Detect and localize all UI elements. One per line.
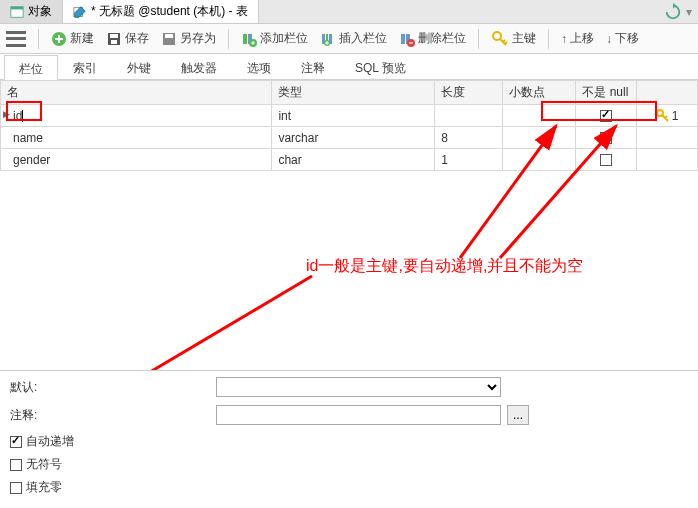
cell-length[interactable]: 1 (435, 149, 502, 171)
cell-notnull[interactable] (576, 149, 637, 171)
cell-primarykey[interactable]: 1 (637, 105, 698, 127)
svg-rect-8 (165, 34, 173, 38)
cell-name[interactable]: ▶id (1, 105, 272, 127)
add-column-icon (241, 31, 257, 47)
subtab-index[interactable]: 索引 (58, 54, 112, 79)
table-row[interactable]: ▶idint1 (1, 105, 698, 127)
comment-input[interactable] (216, 405, 501, 425)
svg-rect-6 (111, 40, 117, 44)
cell-primarykey[interactable] (637, 127, 698, 149)
delete-column-icon (399, 31, 415, 47)
tab-current-label: * 无标题 @student (本机) - 表 (91, 3, 248, 20)
document-tabs: 对象 * 无标题 @student (本机) - 表 ▾ (0, 0, 698, 24)
cell-name[interactable]: name (1, 127, 272, 149)
field-properties-panel: 默认: 注释: ... 自动递增 无符号 填充零 (0, 370, 698, 508)
designer-subtabs: 栏位 索引 外键 触发器 选项 注释 SQL 预览 (0, 54, 698, 80)
annotation-text: id一般是主键,要自动递增,并且不能为空 (306, 256, 583, 277)
header-length[interactable]: 长度 (435, 81, 502, 105)
subtab-fk[interactable]: 外键 (112, 54, 166, 79)
subtab-sql[interactable]: SQL 预览 (340, 54, 421, 79)
unsigned-label: 无符号 (26, 456, 62, 473)
header-name[interactable]: 名 (1, 81, 272, 105)
dropdown-icon[interactable]: ▾ (686, 5, 692, 19)
saveas-button[interactable]: 另存为 (161, 30, 216, 47)
notnull-checkbox[interactable] (600, 154, 612, 166)
moveup-button[interactable]: ↑ 上移 (561, 30, 594, 47)
default-select[interactable] (216, 377, 501, 397)
cell-decimal[interactable] (502, 127, 576, 149)
primarykey-button[interactable]: 主键 (491, 30, 536, 48)
svg-rect-5 (110, 34, 118, 38)
new-button[interactable]: 新建 (51, 30, 94, 47)
zerofill-checkbox[interactable] (10, 482, 22, 494)
svg-point-18 (493, 32, 501, 40)
key-icon (491, 30, 509, 48)
cell-name[interactable]: gender (1, 149, 272, 171)
arrow-down-icon: ↓ (606, 32, 612, 46)
cell-decimal[interactable] (502, 149, 576, 171)
subtab-options[interactable]: 选项 (232, 54, 286, 79)
save-button[interactable]: 保存 (106, 30, 149, 47)
tab-current-table[interactable]: * 无标题 @student (本机) - 表 (63, 0, 259, 23)
table-row[interactable]: namevarchar8 (1, 127, 698, 149)
zerofill-label: 填充零 (26, 479, 62, 496)
svg-rect-1 (11, 6, 23, 9)
label-comment: 注释: (10, 407, 50, 424)
cell-primarykey[interactable] (637, 149, 698, 171)
save-icon (106, 31, 122, 47)
insert-column-icon (320, 31, 336, 47)
hamburger-icon[interactable] (6, 31, 26, 47)
cell-type[interactable]: varchar (272, 127, 435, 149)
delcol-button[interactable]: 删除栏位 (399, 30, 466, 47)
notnull-checkbox[interactable] (600, 110, 612, 122)
main-toolbar: 新建 保存 另存为 添加栏位 插入栏位 删除栏位 主键 ↑ 上移 ↓ 下移 (0, 24, 698, 54)
comment-browse-button[interactable]: ... (507, 405, 529, 425)
new-icon (51, 31, 67, 47)
cell-notnull[interactable] (576, 105, 637, 127)
subtab-fields[interactable]: 栏位 (4, 55, 58, 80)
unsigned-checkbox[interactable] (10, 459, 22, 471)
columns-grid: 名 类型 长度 小数点 不是 null ▶idint1namevarchar8g… (0, 80, 698, 171)
table-row[interactable]: genderchar1 (1, 149, 698, 171)
subtab-comment[interactable]: 注释 (286, 54, 340, 79)
cell-length[interactable]: 8 (435, 127, 502, 149)
autoinc-checkbox[interactable] (10, 436, 22, 448)
movedown-button[interactable]: ↓ 下移 (606, 30, 639, 47)
arrow-up-icon: ↑ (561, 32, 567, 46)
tab-objects-label: 对象 (28, 3, 52, 20)
header-decimal[interactable]: 小数点 (502, 81, 576, 105)
cell-decimal[interactable] (502, 105, 576, 127)
edit-table-icon (73, 5, 87, 19)
svg-rect-9 (243, 34, 247, 44)
subtab-trigger[interactable]: 触发器 (166, 54, 232, 79)
tab-objects[interactable]: 对象 (0, 0, 63, 23)
cell-notnull[interactable] (576, 127, 637, 149)
table-icon (10, 5, 24, 19)
svg-rect-15 (401, 34, 405, 44)
saveas-icon (161, 31, 177, 47)
addcol-button[interactable]: 添加栏位 (241, 30, 308, 47)
autoinc-label: 自动递增 (26, 433, 74, 450)
label-default: 默认: (10, 379, 50, 396)
header-type[interactable]: 类型 (272, 81, 435, 105)
cell-type[interactable]: int (272, 105, 435, 127)
cell-length[interactable] (435, 105, 502, 127)
notnull-checkbox[interactable] (600, 132, 612, 144)
header-notnull[interactable]: 不是 null (576, 81, 637, 105)
header-key[interactable] (637, 81, 698, 105)
sync-icon[interactable] (664, 3, 682, 21)
insertcol-button[interactable]: 插入栏位 (320, 30, 387, 47)
cell-type[interactable]: char (272, 149, 435, 171)
